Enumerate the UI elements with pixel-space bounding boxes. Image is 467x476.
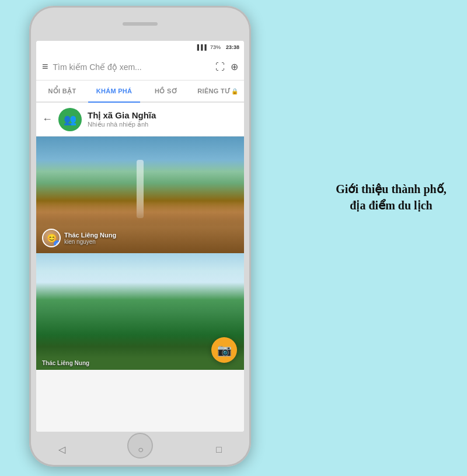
photo-place-name: Thác Liêng Nung: [64, 232, 116, 239]
expand-icon[interactable]: ⛶: [215, 62, 225, 72]
lock-icon: 🔒: [231, 88, 238, 94]
status-icons: ▌▌▌ 73% 23:38: [197, 44, 239, 50]
tab-rieng-tu[interactable]: RIÊNG TƯ 🔒: [192, 80, 244, 102]
back-button[interactable]: ←: [42, 113, 53, 125]
home-nav-button[interactable]: ○: [138, 444, 144, 455]
status-bar: ▌▌▌ 73% 23:38: [36, 41, 244, 54]
tab-noi-bat[interactable]: NỔI BẬT: [36, 80, 88, 102]
location-info: Thị xã Gia Nghĩa Nhiều nhà nhiếp ảnh: [88, 110, 156, 128]
fab-camera-button[interactable]: 📷: [211, 337, 237, 363]
photographer-name-1: kien nguyen: [64, 239, 116, 245]
phone-shell: ▌▌▌ 73% 23:38 ≡ Tìm kiếm Chế độ xem... ⛶…: [29, 6, 251, 467]
phone-nav-buttons: ◁ ○ □: [58, 444, 222, 455]
search-bar: ≡ Tìm kiếm Chế độ xem... ⛶ ⊕: [36, 54, 244, 80]
photo-overlay-1: 😊 Thác Liêng Nung kien nguyen: [42, 229, 116, 247]
photo-info-1: Thác Liêng Nung kien nguyen: [64, 232, 116, 245]
signal-icon: ▌▌▌: [197, 44, 208, 50]
recent-nav-button[interactable]: □: [216, 444, 222, 455]
location-icon[interactable]: ⊕: [231, 61, 238, 72]
tab-kham-pha[interactable]: KHÁM PHÁ: [88, 80, 140, 102]
time-display: 23:38: [226, 44, 239, 50]
nav-tabs: NỔI BẬT KHÁM PHÁ HỒ SƠ RIÊNG TƯ 🔒: [36, 80, 244, 103]
phone-speaker: [123, 22, 158, 26]
search-input[interactable]: Tìm kiếm Chế độ xem...: [53, 62, 211, 72]
hamburger-icon[interactable]: ≡: [42, 61, 48, 73]
search-bar-icons: ⛶ ⊕: [215, 61, 238, 72]
back-nav-button[interactable]: ◁: [58, 444, 65, 455]
photo-card-1[interactable]: 😊 Thác Liêng Nung kien nguyen: [36, 136, 244, 253]
content-area: ← 👥 Thị xã Gia Nghĩa Nhiều nhà nhiếp ảnh…: [36, 103, 244, 432]
location-subtitle: Nhiều nhà nhiếp ảnh: [88, 121, 156, 128]
photo-card-2[interactable]: Thác Liêng Nung 📷: [36, 253, 244, 370]
scene: Giới thiệu thành phố, địa điểm du lịch ▌…: [0, 0, 467, 476]
tab-ho-so[interactable]: HỒ SƠ: [140, 80, 192, 102]
location-avatar: 👥: [58, 108, 82, 131]
battery-level: 73%: [210, 44, 221, 50]
camera-icon: 📷: [217, 343, 232, 357]
phone-screen: ▌▌▌ 73% 23:38 ≡ Tìm kiếm Chế độ xem... ⛶…: [36, 41, 244, 432]
photographer-avatar-1: 😊: [42, 229, 61, 247]
location-name: Thị xã Gia Nghĩa: [88, 110, 156, 121]
photo-bottom-label: Thác Liêng Nung: [42, 360, 89, 366]
annotation-text: Giới thiệu thành phố, địa điểm du lịch: [333, 181, 449, 214]
avatar-face: 😊: [43, 230, 60, 246]
location-header: ← 👥 Thị xã Gia Nghĩa Nhiều nhà nhiếp ảnh: [36, 103, 244, 136]
